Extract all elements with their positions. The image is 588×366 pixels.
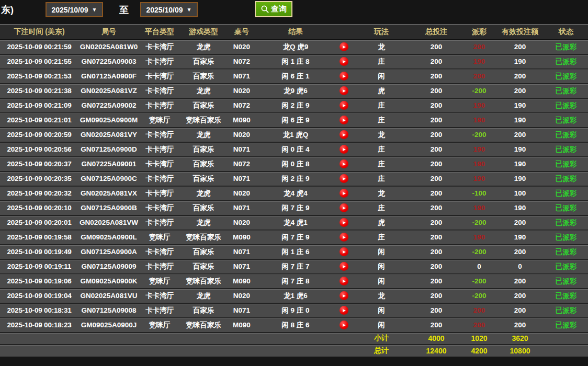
game-no-cell: GN02025A081VZ <box>78 84 139 98</box>
replay-cell <box>335 230 353 245</box>
table-no-cell: N020 <box>227 40 256 54</box>
date-to-picker[interactable]: 2025/10/09 ▼ <box>140 2 198 17</box>
play-icon[interactable] <box>340 72 348 81</box>
result-cell: 闲 6 庄 1 <box>256 69 335 84</box>
play-icon[interactable] <box>340 116 348 124</box>
game-no-cell: GN07125A0900F <box>78 69 139 84</box>
play-icon[interactable] <box>340 291 348 300</box>
payout-cell: 190 <box>462 201 496 215</box>
table-row: 2025-10-09 00:19:58 GM09025A0900L 竞咪厅 竞咪… <box>0 230 588 245</box>
payout-cell: 190 <box>462 54 496 69</box>
result-cell: 闲 0 庄 8 <box>256 157 335 171</box>
total-bet-cell: 200 <box>410 303 462 318</box>
result-cell: 龙9 虎6 <box>256 84 335 98</box>
valid-bet-cell: 190 <box>496 142 544 157</box>
play-icon[interactable] <box>340 86 348 95</box>
status-badge: 已派彩 <box>544 303 588 318</box>
search-icon <box>261 5 269 14</box>
play-type-cell: 庄 <box>353 230 410 245</box>
platform-cell: 卡卡湾厅 <box>139 201 180 215</box>
play-icon[interactable] <box>340 189 348 198</box>
table-row: 2025-10-09 00:19:04 GN02025A081VU 卡卡湾厅 龙… <box>0 289 588 303</box>
bet-time-cell: 2025-10-09 00:21:59 <box>0 40 78 54</box>
platform-cell: 卡卡湾厅 <box>139 84 180 98</box>
platform-cell: 卡卡湾厅 <box>139 40 180 54</box>
table-row: 2025-10-09 00:21:55 GN07225A09003 卡卡湾厅 百… <box>0 54 588 69</box>
play-type-cell: 龙 <box>353 40 410 54</box>
play-icon[interactable] <box>340 101 348 110</box>
query-button[interactable]: 查询 <box>255 1 292 17</box>
platform-cell: 卡卡湾厅 <box>139 69 180 84</box>
play-icon[interactable] <box>340 306 348 315</box>
game-no-cell: GM09025A0900L <box>78 230 139 245</box>
play-icon[interactable] <box>340 321 348 329</box>
platform-cell: 卡卡湾厅 <box>139 54 180 69</box>
platform-cell: 竞咪厅 <box>139 274 180 289</box>
play-icon[interactable] <box>340 218 348 227</box>
game-no-cell: GN02025A081VU <box>78 289 139 303</box>
platform-cell: 卡卡湾厅 <box>139 171 180 186</box>
total-bet-cell: 200 <box>410 98 462 113</box>
table-no-cell: N071 <box>227 69 256 84</box>
play-icon[interactable] <box>340 277 348 285</box>
play-type-cell: 庄 <box>353 157 410 171</box>
status-badge: 已派彩 <box>544 157 588 171</box>
date-from-picker[interactable]: 2025/10/09 ▼ <box>46 2 103 17</box>
table-row: 2025-10-09 00:20:35 GN07125A0900C 卡卡湾厅 百… <box>0 171 588 186</box>
status-badge: 已派彩 <box>544 230 588 245</box>
col-header-payout: 派彩 <box>462 25 496 40</box>
valid-bet-cell: 200 <box>496 303 544 318</box>
replay-cell <box>335 201 353 215</box>
result-cell: 闲 7 庄 7 <box>256 259 335 274</box>
payout-cell: -200 <box>462 274 496 289</box>
game-no-cell: GN07125A09008 <box>78 303 139 318</box>
status-badge: 已派彩 <box>544 201 588 215</box>
table-no-cell: N020 <box>227 289 256 303</box>
payout-cell: -200 <box>462 84 496 98</box>
result-cell: 闲 7 庄 8 <box>256 274 335 289</box>
replay-cell <box>335 318 353 333</box>
game-type-cell: 竞咪百家乐 <box>180 230 227 245</box>
col-header-platform: 平台类型 <box>139 25 180 40</box>
play-icon[interactable] <box>340 247 348 256</box>
replay-cell <box>335 303 353 318</box>
cutoff-label: 东) <box>1 4 14 16</box>
game-type-cell: 龙虎 <box>180 289 227 303</box>
game-type-cell: 竞咪百家乐 <box>180 274 227 289</box>
play-icon[interactable] <box>340 233 348 242</box>
play-icon[interactable] <box>340 42 348 51</box>
payout-cell: 190 <box>462 113 496 128</box>
table-header-row: 下注时间 (美东) 局号 平台类型 游戏类型 桌号 结果 玩法 总投注 派彩 有… <box>0 25 588 40</box>
table-no-cell: N072 <box>227 98 256 113</box>
date-from-value: 2025/10/09 <box>52 6 88 14</box>
platform-cell: 竞咪厅 <box>139 230 180 245</box>
platform-cell: 卡卡湾厅 <box>139 289 180 303</box>
replay-cell <box>335 186 353 201</box>
result-cell: 闲 8 庄 6 <box>256 318 335 333</box>
replay-cell <box>335 245 353 259</box>
bet-time-cell: 2025-10-09 00:19:58 <box>0 230 78 245</box>
valid-bet-cell: 0 <box>496 259 544 274</box>
total-bet-cell: 200 <box>410 40 462 54</box>
game-type-cell: 百家乐 <box>180 245 227 259</box>
result-cell: 闲 1 庄 8 <box>256 54 335 69</box>
play-icon[interactable] <box>340 57 348 66</box>
play-icon[interactable] <box>340 174 348 183</box>
play-icon[interactable] <box>340 145 348 154</box>
play-icon[interactable] <box>340 159 348 168</box>
status-badge: 已派彩 <box>544 259 588 274</box>
table-row: 2025-10-09 00:20:32 GN02025A081VX 卡卡湾厅 龙… <box>0 186 588 201</box>
table-row: 2025-10-09 00:19:49 GN07125A0900A 卡卡湾厅 百… <box>0 245 588 259</box>
result-cell: 龙Q 虎9 <box>256 40 335 54</box>
table-no-cell: N071 <box>227 171 256 186</box>
to-label: 至 <box>119 4 129 16</box>
bet-time-cell: 2025-10-09 00:21:09 <box>0 98 78 113</box>
game-type-cell: 竞咪百家乐 <box>180 318 227 333</box>
game-no-cell: GM09025A0900J <box>78 318 139 333</box>
play-icon[interactable] <box>340 130 348 139</box>
payout-cell: 190 <box>462 230 496 245</box>
play-icon[interactable] <box>340 262 348 271</box>
play-icon[interactable] <box>340 203 348 212</box>
valid-bet-cell: 200 <box>496 289 544 303</box>
valid-bet-cell: 200 <box>496 318 544 333</box>
